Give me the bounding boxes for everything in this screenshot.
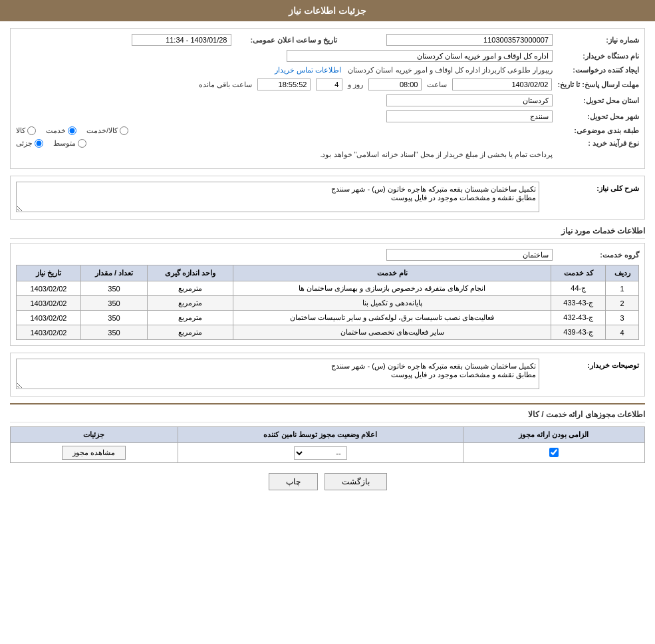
table-row: 4 ج-43-439 سایر فعالیت‌های تخصصی ساختمان… xyxy=(17,325,639,340)
creator-value: ریپورار طلوعی کاربرداز اداره کل اوقاف و … xyxy=(348,66,553,75)
deadline-time-input[interactable] xyxy=(368,79,422,90)
licenses-table: الزامی بودن ارائه مجوز اعلام وضعیت مجوز … xyxy=(10,426,645,463)
category-label: طبقه بندی موضوعی: xyxy=(553,126,639,135)
services-section-title: اطلاعات خدمات مورد نیاز xyxy=(10,226,645,239)
table-row: 3 ج-43-432 فعالیت‌های نصب تاسیسات برق، ل… xyxy=(17,311,639,325)
deadline-days-label: روز و xyxy=(348,80,363,89)
province-input[interactable] xyxy=(386,94,553,106)
purchase-type-label: نوع فرآیند خرید : xyxy=(553,139,639,148)
creator-label: ایجاد کننده درخواست: xyxy=(553,66,639,75)
buyer-desc-textarea[interactable]: تکمیل ساختمان شبستان بقعه متبرکه هاجره خ… xyxy=(16,359,539,389)
province-label: استان محل تحویل: xyxy=(553,96,639,105)
radio-kala-khedmat[interactable]: کالا/خدمت xyxy=(86,126,128,135)
col-code: کد خدمت xyxy=(551,265,606,281)
table-row: 1 ج-44 انجام کارهای متفرقه درخصوص بازساز… xyxy=(17,281,639,296)
deadline-label: مهلت ارسال پاسخ: تا تاریخ: xyxy=(552,80,639,89)
radio-jazii[interactable]: جزئی xyxy=(16,139,43,148)
licenses-section-title: اطلاعات مجوزهای ارائه خدمت / کالا xyxy=(10,410,645,422)
deadline-date-input[interactable] xyxy=(452,79,552,90)
purchase-type-radio-group: جزئی متوسط xyxy=(16,139,553,148)
section-divider xyxy=(10,403,645,404)
print-button[interactable]: چاپ xyxy=(269,473,318,490)
col-status: اعلام وضعیت مجوز توسط نامین کننده xyxy=(178,427,463,443)
city-label: شهر محل تحویل: xyxy=(553,112,639,121)
category-radio-group: کالا خدمت کالا/خدمت xyxy=(16,126,553,135)
table-row: 2 ج-43-433 پایانه‌دهی و تکمیل بنا مترمرب… xyxy=(17,296,639,311)
deadline-time-label: ساعت xyxy=(427,80,447,89)
services-table: ردیف کد خدمت نام خدمت واحد اندازه گیری ت… xyxy=(16,265,639,340)
deadline-remaining-input[interactable] xyxy=(257,79,311,90)
general-desc-label: شرح کلی نیاز: xyxy=(553,182,639,193)
page-header: جزئیات اطلاعات نیاز xyxy=(0,0,655,21)
col-details: جزئیات xyxy=(11,427,178,443)
license-row: -- مشاهده مجوز xyxy=(11,443,645,463)
col-unit: واحد اندازه گیری xyxy=(148,265,233,281)
buyer-org-label: نام دستگاه خریدار: xyxy=(553,52,639,61)
license-status-select[interactable]: -- xyxy=(294,446,347,460)
deadline-remaining-label: ساعت باقی مانده xyxy=(199,80,252,89)
need-number-label: شماره نیاز: xyxy=(553,36,639,45)
announce-input[interactable] xyxy=(132,34,231,46)
license-required-checkbox[interactable] xyxy=(549,448,559,457)
col-qty: تعداد / مقدار xyxy=(80,265,147,281)
radio-kala[interactable]: کالا xyxy=(16,126,36,135)
deadline-days-input[interactable] xyxy=(316,79,342,90)
action-buttons: بازگشت چاپ xyxy=(10,473,645,500)
buyer-org-input[interactable] xyxy=(287,50,553,62)
service-group-input[interactable] xyxy=(386,249,553,261)
back-button[interactable]: بازگشت xyxy=(325,473,387,490)
radio-khedmat[interactable]: خدمت xyxy=(46,126,76,135)
col-name: نام خدمت xyxy=(233,265,551,281)
need-number-input[interactable] xyxy=(386,34,553,46)
show-license-button[interactable]: مشاهده مجوز xyxy=(62,446,126,460)
col-date: تاریخ نیاز xyxy=(17,265,81,281)
city-input[interactable] xyxy=(386,110,553,122)
col-required: الزامی بودن ارائه مجوز xyxy=(463,427,644,443)
service-group-label: گروه خدمت: xyxy=(553,251,639,259)
announce-label: تاریخ و ساعت اعلان عمومی: xyxy=(231,36,338,45)
page-title: جزئیات اطلاعات نیاز xyxy=(289,5,366,16)
purchase-note: پرداخت تمام یا بخشی از مبلغ خریدار از مح… xyxy=(16,150,553,159)
buyer-desc-label: توصیحات خریدار: xyxy=(553,359,639,370)
col-row: ردیف xyxy=(606,265,639,281)
contact-link[interactable]: اطلاعات تماس خریدار xyxy=(275,66,341,75)
general-desc-textarea[interactable]: تکمیل ساختمان شبستان بقعه متبرکه هاجره خ… xyxy=(16,182,539,212)
radio-motavasset[interactable]: متوسط xyxy=(53,139,86,148)
